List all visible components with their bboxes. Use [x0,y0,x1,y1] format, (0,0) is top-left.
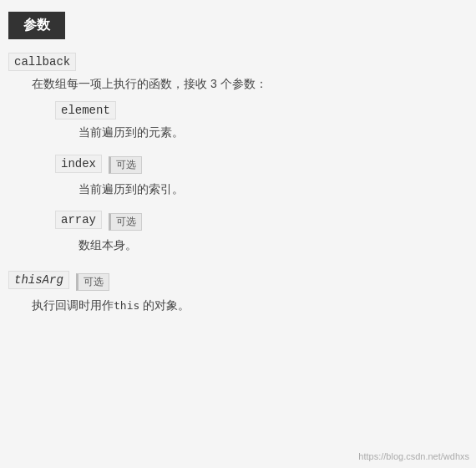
sub-param-element: element 当前遍历到的元素。 [55,101,468,143]
param-thisarg: thisArg 可选 执行回调时用作this 的对象。 [8,271,468,316]
param-desc-callback: 在数组每一项上执行的函数，接收 3 个参数： [32,74,468,94]
sub-param-array: array 可选 数组本身。 [55,211,468,256]
optional-badge-array: 可选 [109,213,142,231]
param-desc-element: 当前遍历到的元素。 [78,123,468,143]
param-name-element: element [55,101,116,120]
param-name-thisarg: thisArg [8,271,69,289]
param-callback: callback 在数组每一项上执行的函数，接收 3 个参数： element … [8,53,468,256]
param-name-callback: callback [8,53,76,71]
optional-badge-thisarg: 可选 [76,273,109,291]
section-header: 参数 [0,0,476,53]
param-name-array: array [55,211,102,229]
content-area: callback 在数组每一项上执行的函数，接收 3 个参数： element … [0,53,476,339]
watermark: https://blog.csdn.net/wdhxs [358,451,469,461]
param-name-index: index [55,155,102,173]
param-desc-index: 当前遍历到的索引。 [78,180,468,200]
param-desc-array: 数组本身。 [78,236,468,256]
param-desc-thisarg: 执行回调时用作this 的对象。 [32,296,468,316]
section-title: 参数 [23,18,50,32]
page-container: 参数 callback 在数组每一项上执行的函数，接收 3 个参数： eleme… [0,0,476,339]
optional-badge-index: 可选 [109,156,142,174]
sub-param-index: index 可选 当前遍历到的索引。 [55,155,468,200]
